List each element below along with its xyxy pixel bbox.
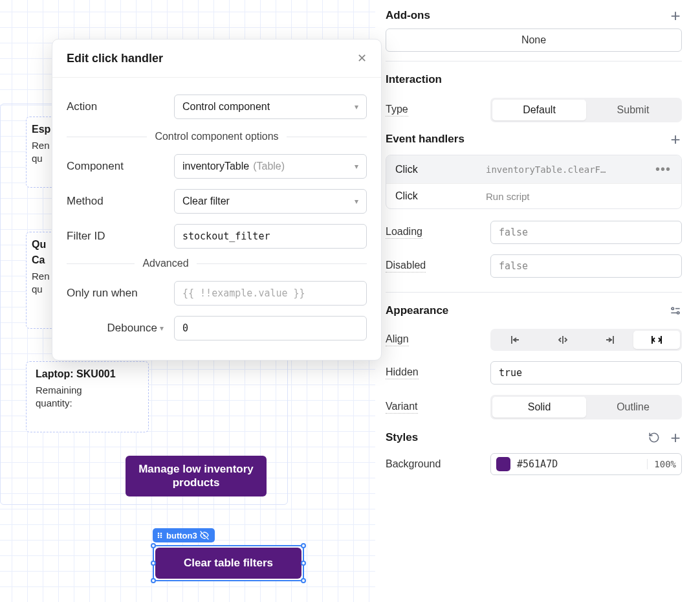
section-appearance: Appearance <box>386 292 682 324</box>
chevron-down-icon: ▾ <box>355 102 358 111</box>
svg-point-1 <box>158 535 160 537</box>
row-component: Component inventoryTable(Table) ▾ <box>67 149 367 184</box>
section-divider: Control component options <box>67 131 367 142</box>
component-select[interactable]: inventoryTable(Table) ▾ <box>174 154 367 179</box>
filter-id-input[interactable]: stockout_filter <box>174 224 367 249</box>
edit-click-handler-modal: Edit click handler ✕ Action Control comp… <box>52 39 382 361</box>
disabled-input[interactable]: false <box>490 254 682 278</box>
appearance-settings-icon[interactable] <box>669 304 682 317</box>
hidden-icon <box>199 530 210 541</box>
method-select[interactable]: Clear filter ▾ <box>174 189 367 214</box>
row-disabled: Disabled false <box>386 249 682 283</box>
align-segmented <box>490 329 682 351</box>
handler-event: Click <box>395 164 486 175</box>
row-debounce: Debounce ▾ 0 <box>67 311 367 346</box>
selection-frame[interactable]: button3 Clear table filters <box>153 545 304 581</box>
handler-target: Run script <box>486 191 672 202</box>
chevron-down-icon: ▾ <box>355 197 358 206</box>
svg-point-5 <box>160 537 162 539</box>
add-style-icon[interactable]: + <box>669 431 682 444</box>
resize-handle[interactable] <box>151 578 156 583</box>
label-only-run: Only run when <box>67 287 164 300</box>
inspector-panel: Add-ons + None Interaction Type Default … <box>377 0 700 602</box>
modal-header: Edit click handler ✕ <box>52 39 381 78</box>
row-method: Method Clear filter ▾ <box>67 184 367 219</box>
section-title: Interaction <box>386 73 442 86</box>
divider-label: Advanced <box>142 258 188 269</box>
row-background: Background #561A7D 100% <box>386 448 682 480</box>
modal-title: Edit click handler <box>67 52 163 65</box>
label-align: Align <box>386 333 409 346</box>
svg-point-0 <box>158 533 160 535</box>
debounce-input[interactable]: 0 <box>174 316 367 340</box>
resize-handle[interactable] <box>151 561 156 566</box>
label-background: Background <box>386 458 441 469</box>
background-color-input[interactable]: #561A7D 100% <box>490 453 682 475</box>
color-opacity[interactable]: 100% <box>647 459 676 469</box>
chevron-down-icon: ▾ <box>160 324 164 333</box>
event-handler-list: Click inventoryTable.clearF… ••• Click R… <box>386 155 682 209</box>
resize-handle[interactable] <box>301 561 306 566</box>
drag-icon <box>157 531 164 539</box>
event-handler-row[interactable]: Click Run script <box>386 183 681 208</box>
row-action: Action Control component ▾ <box>67 89 367 124</box>
label-type: Type <box>386 104 408 117</box>
section-title: Event handlers <box>386 133 465 146</box>
selection-label[interactable]: button3 <box>153 528 215 542</box>
resize-handle[interactable] <box>301 578 306 583</box>
add-handler-icon[interactable]: + <box>669 133 682 146</box>
resize-handle[interactable] <box>301 543 306 548</box>
clear-table-filters-button[interactable]: Clear table filters <box>155 548 301 579</box>
align-stretch-icon[interactable] <box>633 331 681 349</box>
handler-event: Click <box>395 190 486 202</box>
align-center-icon[interactable] <box>540 331 587 349</box>
section-title: Styles <box>386 431 418 444</box>
hidden-input[interactable]: true <box>490 361 682 385</box>
reset-styles-icon[interactable] <box>648 432 660 443</box>
section-styles: Styles + <box>386 425 682 448</box>
handler-menu-icon[interactable]: ••• <box>654 162 672 177</box>
section-divider-advanced: Advanced <box>67 258 367 269</box>
row-align: Align <box>386 324 682 356</box>
align-left-icon[interactable] <box>492 331 540 349</box>
close-icon[interactable]: ✕ <box>357 51 367 65</box>
only-run-input[interactable]: {{ !!example.value }} <box>174 281 367 306</box>
label-filter-id: Filter ID <box>67 230 164 243</box>
svg-point-3 <box>160 533 162 535</box>
align-right-icon[interactable] <box>586 331 633 349</box>
event-handler-row[interactable]: Click inventoryTable.clearF… ••• <box>386 155 681 183</box>
type-option-default[interactable]: Default <box>492 100 586 120</box>
action-select[interactable]: Control component ▾ <box>174 95 367 119</box>
row-loading: Loading false <box>386 209 682 249</box>
label-disabled: Disabled <box>386 260 426 273</box>
handler-target: inventoryTable.clearF… <box>486 164 654 175</box>
variant-segmented: Solid Outline <box>490 395 682 419</box>
variant-outline[interactable]: Outline <box>586 397 680 418</box>
color-hex[interactable]: #561A7D <box>517 458 640 470</box>
label-variant: Variant <box>386 401 418 414</box>
addons-value[interactable]: None <box>386 28 682 52</box>
color-swatch[interactable] <box>496 457 510 471</box>
debounce-select[interactable]: Debounce ▾ <box>67 322 164 335</box>
manage-low-inventory-button[interactable]: Manage low inventory products <box>126 456 267 496</box>
section-title: Add-ons <box>386 9 430 22</box>
label-component: Component <box>67 160 164 173</box>
add-addon-icon[interactable]: + <box>669 9 682 22</box>
type-option-submit[interactable]: Submit <box>586 100 680 120</box>
section-title: Appearance <box>386 304 448 317</box>
chevron-down-icon: ▾ <box>355 162 358 171</box>
row-variant: Variant Solid Outline <box>386 390 682 425</box>
label-method: Method <box>67 195 164 208</box>
variant-solid[interactable]: Solid <box>492 397 586 418</box>
row-hidden: Hidden true <box>386 356 682 390</box>
svg-point-9 <box>677 312 679 314</box>
resize-handle[interactable] <box>151 543 156 548</box>
type-segmented: Default Submit <box>490 98 682 122</box>
loading-input[interactable]: false <box>490 221 682 244</box>
svg-point-6 <box>672 307 673 309</box>
row-only-run-when: Only run when {{ !!example.value }} <box>67 276 367 311</box>
svg-point-2 <box>158 537 160 539</box>
label-loading: Loading <box>386 226 422 239</box>
svg-point-4 <box>160 535 162 537</box>
section-interaction: Interaction <box>386 61 682 93</box>
